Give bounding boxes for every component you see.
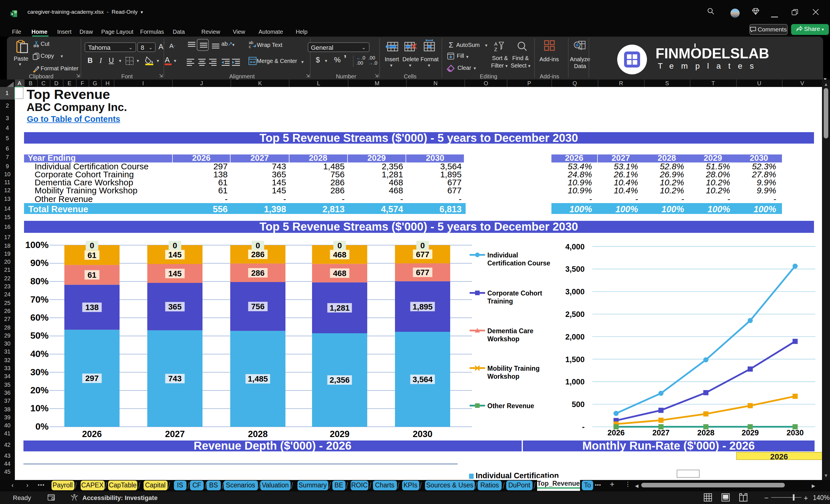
svg-text:677: 677 (416, 250, 429, 259)
svg-text:1,000: 1,000 (565, 377, 584, 386)
svg-text:286: 286 (251, 268, 264, 277)
svg-text:0: 0 (90, 241, 94, 250)
svg-text:Workshop: Workshop (487, 372, 519, 380)
svg-text:2026: 2026 (82, 429, 101, 439)
svg-text:1,500: 1,500 (565, 355, 584, 364)
svg-text:0: 0 (172, 241, 177, 250)
svg-text:1,281: 1,281 (329, 303, 350, 312)
svg-text:20%: 20% (30, 385, 48, 395)
svg-text:60%: 60% (30, 312, 48, 322)
svg-text:2029: 2029 (741, 428, 759, 437)
svg-text:2030: 2030 (786, 428, 803, 437)
svg-text:743: 743 (168, 374, 181, 383)
svg-text:365: 365 (168, 302, 181, 311)
svg-text:2026: 2026 (607, 428, 625, 437)
svg-text:1,485: 1,485 (248, 374, 268, 383)
svg-text:Individual: Individual (487, 251, 518, 259)
svg-text:80%: 80% (30, 276, 48, 286)
svg-text:0: 0 (337, 241, 342, 250)
svg-text:Corporate Cohort: Corporate Cohort (487, 289, 542, 296)
svg-text:2027: 2027 (652, 428, 669, 437)
svg-text:70%: 70% (30, 294, 48, 304)
svg-text:2,356: 2,356 (329, 375, 350, 384)
svg-text:145: 145 (168, 269, 181, 278)
svg-text:286: 286 (251, 250, 264, 259)
svg-text:Workshop: Workshop (487, 335, 519, 342)
svg-text:Z: Z (494, 46, 497, 51)
svg-text:2,000: 2,000 (565, 333, 584, 341)
svg-text:677: 677 (416, 268, 429, 277)
svg-text:0: 0 (420, 241, 425, 250)
svg-text:c: c (249, 44, 251, 49)
svg-text:468: 468 (332, 250, 346, 259)
svg-text:0: 0 (255, 241, 260, 250)
svg-text:2028: 2028 (697, 428, 714, 437)
svg-text:138: 138 (85, 303, 98, 312)
svg-text:Mobility Training: Mobility Training (487, 365, 539, 372)
svg-text:100%: 100% (25, 240, 48, 250)
svg-text:10%: 10% (30, 403, 48, 413)
svg-text:Other Revenue: Other Revenue (487, 402, 534, 409)
svg-text:756: 756 (251, 302, 264, 311)
svg-text:40%: 40% (30, 348, 48, 359)
svg-text:-: - (582, 422, 584, 431)
svg-text:30%: 30% (30, 367, 48, 377)
svg-text:61: 61 (87, 270, 96, 279)
svg-text:145: 145 (168, 250, 181, 259)
svg-text:2030: 2030 (412, 429, 432, 439)
svg-text:61: 61 (87, 251, 96, 259)
svg-text:2027: 2027 (165, 429, 185, 439)
svg-text:2,500: 2,500 (565, 310, 584, 318)
svg-text:297: 297 (85, 374, 98, 382)
svg-text:3,000: 3,000 (565, 287, 584, 296)
svg-text:1,895: 1,895 (412, 302, 433, 311)
svg-text:90%: 90% (30, 257, 48, 268)
svg-text:3,500: 3,500 (565, 264, 584, 273)
svg-text:A: A (494, 41, 498, 46)
svg-text:50%: 50% (30, 330, 48, 340)
svg-text:468: 468 (332, 269, 346, 278)
svg-text:x: x (11, 12, 13, 16)
svg-text:Training: Training (487, 297, 513, 305)
svg-text:Certification Course: Certification Course (487, 259, 550, 266)
svg-text:3,564: 3,564 (412, 375, 433, 384)
svg-text:2029: 2029 (329, 429, 349, 439)
svg-text:500: 500 (571, 400, 584, 408)
svg-text:2028: 2028 (248, 429, 267, 439)
svg-text:4,000: 4,000 (565, 242, 584, 251)
svg-text:0%: 0% (35, 421, 48, 431)
svg-text:Dementia Care: Dementia Care (487, 327, 533, 335)
